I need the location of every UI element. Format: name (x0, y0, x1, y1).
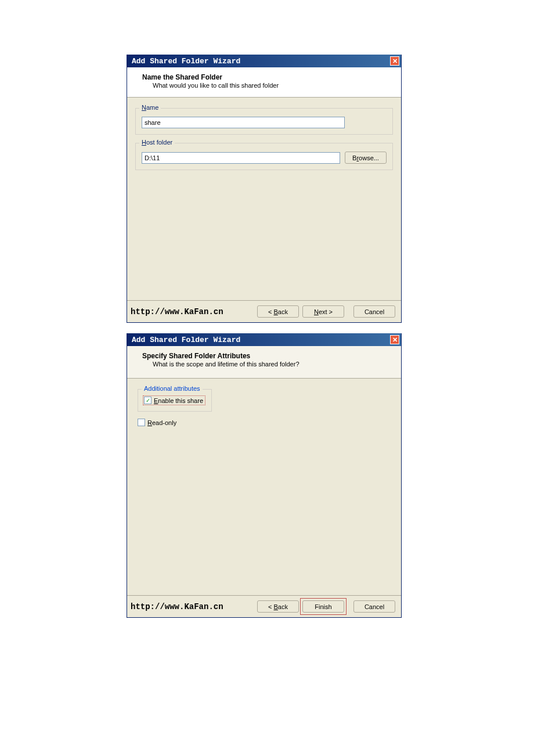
back-button[interactable]: < Back (257, 305, 299, 318)
footer-url: http://www.KaFan.cn (131, 307, 223, 316)
titlebar: Add Shared Folder Wizard ✕ (127, 333, 401, 346)
name-label: Name (139, 104, 161, 111)
back-button[interactable]: < Back (257, 600, 299, 613)
content-area: Additional attributes ✓ Enable this shar… (127, 379, 401, 433)
footer-buttons: < Back Next > Cancel (257, 305, 395, 318)
close-icon[interactable]: ✕ (390, 56, 399, 66)
footer-area: http://www.KaFan.cn < Back Next > Cancel (127, 300, 401, 322)
header-area: Specify Shared Folder Attributes What is… (127, 346, 401, 379)
wizard-dialog-attrs: Add Shared Folder Wizard ✕ Specify Share… (127, 333, 402, 618)
wizard-dialog-name: Add Shared Folder Wizard ✕ Name the Shar… (127, 55, 402, 323)
enable-share-row: ✓ Enable this share (143, 395, 205, 405)
attributes-label: Additional attributes (142, 385, 203, 392)
finish-highlight: Finish (302, 600, 344, 613)
readonly-row: Read-only (138, 419, 393, 426)
host-label: Host folder (139, 139, 175, 146)
footer-area: http://www.KaFan.cn < Back Finish Cancel (127, 595, 401, 617)
header-subtitle: What would you like to call this shared … (142, 82, 393, 89)
name-input[interactable] (142, 117, 345, 128)
host-row: Browse... (142, 152, 387, 164)
footer-url: http://www.KaFan.cn (131, 602, 223, 611)
title-text: Add Shared Folder Wizard (132, 336, 240, 344)
enable-share-label: Enable this share (154, 397, 203, 404)
attributes-fieldset: Additional attributes ✓ Enable this shar… (138, 389, 212, 412)
readonly-checkbox[interactable] (138, 419, 145, 426)
header-subtitle: What is the scope and lifetime of this s… (142, 361, 393, 368)
header-title: Specify Shared Folder Attributes (142, 352, 393, 360)
readonly-label: Read-only (147, 419, 176, 426)
name-fieldset: Name (135, 108, 393, 135)
title-text: Add Shared Folder Wizard (132, 57, 240, 66)
host-fieldset: Host folder Browse... (135, 143, 393, 170)
host-folder-input[interactable] (142, 152, 340, 164)
titlebar: Add Shared Folder Wizard ✕ (127, 55, 401, 67)
cancel-button[interactable]: Cancel (353, 305, 395, 318)
footer-buttons: < Back Finish Cancel (257, 600, 395, 613)
next-button[interactable]: Next > (302, 305, 344, 318)
content-area: Name Host folder Browse... (127, 98, 401, 184)
cancel-button[interactable]: Cancel (353, 600, 395, 613)
browse-button[interactable]: Browse... (345, 152, 387, 164)
finish-button[interactable]: Finish (302, 600, 344, 613)
header-title: Name the Shared Folder (142, 73, 393, 81)
header-area: Name the Shared Folder What would you li… (127, 67, 401, 98)
close-icon[interactable]: ✕ (390, 335, 399, 344)
enable-share-checkbox[interactable]: ✓ (144, 397, 151, 404)
